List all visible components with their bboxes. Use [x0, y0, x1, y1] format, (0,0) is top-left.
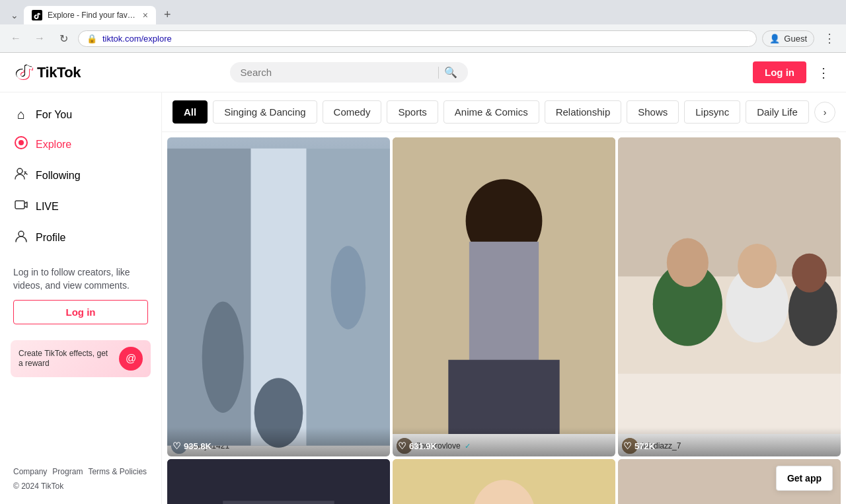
nav-label-for-you: For You: [36, 109, 72, 121]
search-button[interactable]: 🔍: [444, 66, 457, 79]
category-shows[interactable]: Shows: [627, 100, 679, 124]
promo-icon: @: [119, 347, 143, 371]
back-button[interactable]: ←: [7, 29, 25, 48]
category-comedy[interactable]: Comedy: [323, 100, 382, 124]
home-icon: ⌂: [13, 107, 29, 122]
promo-banner[interactable]: Create TikTok effects, get a reward @: [11, 340, 151, 377]
category-singing-dancing[interactable]: Singing & Dancing: [213, 100, 317, 124]
svg-point-23: [738, 244, 777, 288]
browser-toolbar: ← → ↻ 🔒 tiktok.com/explore 👤 Guest ⋮: [0, 24, 846, 53]
footer-link-company[interactable]: Company: [13, 467, 47, 476]
content-area: ⌂ For You Explore: [0, 92, 846, 504]
address-bar[interactable]: 🔒 tiktok.com/explore: [78, 30, 757, 47]
video-overlay-2: ♡ 631.9K: [393, 427, 615, 456]
nav-label-explore: Explore: [36, 139, 71, 151]
header-more-button[interactable]: ⋮: [814, 62, 833, 83]
new-tab-button[interactable]: +: [159, 5, 176, 24]
sidebar-item-profile[interactable]: Profile: [0, 222, 161, 253]
login-prompt: Log in to follow creators, like videos, …: [0, 258, 161, 332]
heart-icon-1: ♡: [173, 441, 181, 451]
search-bar[interactable]: 🔍: [230, 62, 468, 83]
login-button[interactable]: Log in: [753, 61, 806, 83]
video-likes-2: ♡ 631.9K: [398, 441, 610, 451]
video-overlay-1: ♡ 935.8K: [167, 427, 390, 456]
following-icon: [13, 166, 29, 184]
tab-close-button[interactable]: ×: [143, 11, 148, 20]
category-anime-comics[interactable]: Anime & Comics: [443, 100, 539, 124]
sidebar-item-explore[interactable]: Explore: [0, 129, 161, 160]
svg-point-25: [792, 254, 827, 293]
video-likes-1: ♡ 935.8K: [173, 441, 385, 451]
video-card-3[interactable]: ♡ 572K luisdiazz_7: [618, 137, 841, 456]
logo-svg: [13, 62, 34, 83]
video-card-5[interactable]: [393, 459, 615, 504]
footer-link-program[interactable]: Program: [52, 467, 83, 476]
svg-rect-27: [223, 501, 334, 504]
heart-icon-3: ♡: [623, 441, 632, 451]
category-daily-life[interactable]: Daily Life: [746, 100, 809, 124]
sidebar-item-for-you[interactable]: ⌂ For You: [0, 100, 161, 129]
reload-button[interactable]: ↻: [54, 29, 73, 48]
forward-button[interactable]: →: [30, 29, 49, 48]
category-lipsync[interactable]: Lipsync: [684, 100, 740, 124]
browser-tabs: ⌄ Explore - Find your favourite × +: [8, 5, 838, 24]
explore-icon: [13, 135, 29, 153]
browser-menu-button[interactable]: ⋮: [820, 28, 839, 48]
likes-count-1: 935.8K: [184, 441, 212, 451]
svg-point-11: [202, 302, 244, 414]
guest-label: Guest: [784, 34, 807, 44]
video-card-4[interactable]: [167, 459, 390, 504]
search-divider: [438, 67, 439, 79]
url-text: tiktok.com/explore: [102, 34, 748, 44]
profile-icon: [13, 229, 29, 246]
logo-text: TikTok: [37, 64, 81, 81]
main-content: All Singing & Dancing Comedy Sports Anim…: [162, 92, 846, 504]
svg-rect-26: [167, 459, 390, 504]
categories-next-button[interactable]: ›: [814, 102, 835, 123]
promo-text: Create TikTok effects, get a reward: [19, 349, 114, 369]
sidebar-item-live[interactable]: LIVE: [0, 191, 161, 222]
guest-button[interactable]: 👤 Guest: [762, 30, 814, 47]
sidebar-footer: Company Program Terms & Policies © 2024 …: [0, 459, 161, 499]
categories-bar: All Singing & Dancing Comedy Sports Anim…: [162, 92, 846, 132]
nav-label-following: Following: [36, 170, 81, 182]
category-sports[interactable]: Sports: [387, 100, 438, 124]
footer-link-terms[interactable]: Terms & Policies: [88, 467, 147, 476]
tab-favicon: [32, 10, 42, 20]
login-prompt-text: Log in to follow creators, like videos, …: [13, 266, 148, 292]
videos-grid: ♡ 935.8K daoyil1421: [162, 132, 846, 504]
category-all[interactable]: All: [173, 100, 208, 124]
get-app-button[interactable]: Get app: [776, 466, 833, 491]
video-thumb-image-5: [393, 459, 615, 504]
video-card-2[interactable]: ♡ 631.9K flowerovlove ✓: [393, 137, 615, 456]
search-input[interactable]: [241, 67, 433, 78]
category-relationship[interactable]: Relationship: [545, 100, 622, 124]
sidebar-login-button[interactable]: Log in: [13, 300, 148, 324]
categories-scroll: All Singing & Dancing Comedy Sports Anim…: [173, 100, 809, 124]
sidebar-item-following[interactable]: Following: [0, 160, 161, 191]
active-tab: Explore - Find your favourite ×: [24, 6, 156, 24]
svg-point-10: [330, 246, 365, 329]
tiktok-logo[interactable]: TikTok: [13, 62, 81, 83]
likes-count-3: 572K: [634, 441, 655, 451]
likes-count-2: 631.9K: [409, 441, 437, 451]
svg-point-2: [19, 140, 24, 145]
video-overlay-3: ♡ 572K: [618, 427, 841, 456]
heart-icon-2: ♡: [398, 441, 406, 451]
nav-label-profile: Profile: [36, 232, 65, 244]
video-thumb-image-1: [167, 137, 390, 456]
copyright-text: © 2024 TikTok: [13, 482, 148, 491]
svg-point-21: [667, 238, 709, 287]
video-thumb-image-2: [393, 137, 615, 434]
svg-point-5: [19, 231, 24, 236]
footer-links: Company Program Terms & Policies: [13, 467, 148, 476]
tab-list-button[interactable]: ⌄: [8, 7, 21, 23]
app-header: TikTok 🔍 Log in ⋮: [0, 53, 846, 92]
browser-chrome: ⌄ Explore - Find your favourite × +: [0, 0, 846, 24]
video-card-1[interactable]: ♡ 935.8K daoyil1421: [167, 137, 390, 456]
guest-icon: 👤: [769, 34, 780, 44]
svg-point-3: [17, 168, 22, 174]
video-thumb-image-4: [167, 459, 390, 504]
header-actions: Log in ⋮: [753, 61, 833, 83]
security-icon: 🔒: [87, 34, 97, 44]
